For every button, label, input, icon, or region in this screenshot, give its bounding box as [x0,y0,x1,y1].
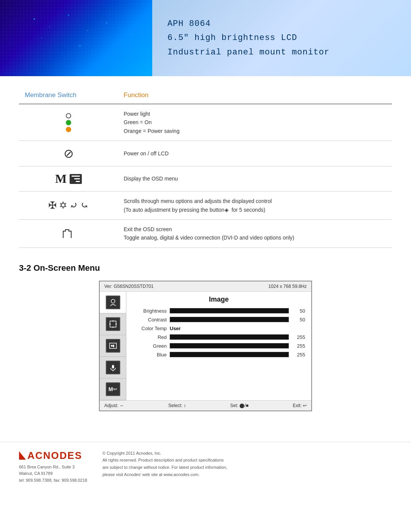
osd-sidebar-item-image[interactable] [100,292,126,313]
svg-rect-1 [110,321,116,327]
function-exit: Exit the OSD screen Toggle analog, digit… [118,219,392,248]
osd-blue-row: Blue 255 [132,352,305,358]
copyright-line1: © Copyright 2011 Acnodes, Inc. [102,450,227,457]
osd-green-fill [170,343,288,348]
exit-icon: ⛫ [25,226,112,241]
osd-green-value: 255 [292,343,305,349]
arrow-left-icon: ⤾ [70,200,78,211]
dot-green [66,120,71,125]
osd-ver-label: Ver: G56SN20SSTD701 [104,284,153,289]
main-content: Membrane Switch Function Power lightGree… [0,76,411,438]
osd-main: Image Brightness 50 Contrast [126,292,311,400]
osd-res-label: 1024 x 768 59.8Hz [268,284,307,289]
copyright-line2: All rights reserved. Product description… [102,457,227,464]
osd-color-icon [106,339,120,353]
function-power-on-off: Power on / off LCD [118,141,392,166]
acnodes-logo: ACNODES [19,450,87,462]
osd-blue-bar [170,352,289,357]
footer-copyright: © Copyright 2011 Acnodes, Inc. All right… [102,450,227,484]
osd-position-icon [106,317,120,331]
footer-logo-area: ACNODES 661 Brea Canyon Rd., Suite 3 Wal… [19,450,87,484]
address-line1: 661 Brea Canyon Rd., Suite 3 [19,464,87,471]
osd-sidebar-item-position[interactable] [100,313,126,335]
arrows-group: ✠ ✡ ⤾ ⤿ [25,200,112,211]
osd-contrast-value: 50 [292,317,305,323]
osd-contrast-row: Contrast 50 [132,317,305,323]
arrow-up-icon: ✠ [48,200,57,211]
osd-red-value: 255 [292,334,305,340]
osd-brightness-row: Brightness 50 [132,308,305,314]
footer-address: 661 Brea Canyon Rd., Suite 3 Walnut, CA … [19,464,87,484]
copyright-line4: please visit Acnodes' web site at www.ac… [102,471,227,478]
table-row: ✠ ✡ ⤾ ⤿ Scrolls through menu options and… [19,192,392,220]
osd-green-row: Green 255 [132,343,305,349]
function-power-light: Power lightGreen = OnOrange = Power savi… [118,104,392,141]
copyright-line3: are subject to change without notice. Fo… [102,464,227,471]
menu-line-1 [72,176,80,177]
svg-point-0 [111,299,115,303]
header-text-area: APH 8064 6.5" high brightness LCD Indust… [152,0,411,76]
header-circuit-image [0,0,152,76]
osd-brightness-fill [170,308,229,313]
osd-brightness-value: 50 [292,308,305,314]
osd-red-label: Red [132,334,167,340]
icon-power-light [19,104,118,141]
col-membrane: Membrane Switch [19,88,118,104]
menu-line-3 [76,181,80,182]
dot-orange [66,127,71,132]
osd-sidebar-item-audio[interactable] [100,357,126,379]
osd-contrast-fill [170,317,229,322]
osd-footer: Adjust: ↔ Select: ↕ Set: ⬤/■ Exit: ↩ [100,400,311,411]
company-name: ACNODES [27,450,82,462]
osd-section-title: 3-2 On-Screen Menu [19,263,392,273]
osd-colortemp-label: Color Temp [132,326,167,331]
table-row: ⊘ Power on / off LCD [19,141,392,166]
osd-sidebar-item-color[interactable] [100,335,126,357]
osd-red-row: Red 255 [132,334,305,340]
osd-footer-set: Set: ⬤/■ [230,403,249,408]
product-line3: Industrial panel mount monitor [167,45,330,59]
osd-green-label: Green [132,343,167,349]
osd-menu-title: Image [132,296,305,304]
osd-body: Misc Image Brightness 50 [100,292,311,400]
power-light-dots [25,113,112,132]
icon-m-menu: M [19,166,118,192]
table-row: ⛫ Exit the OSD screen Toggle analog, dig… [19,219,392,248]
osd-red-fill [170,335,288,339]
menu-box-icon [70,174,82,184]
function-scroll: Scrolls through menu options and adjusts… [118,192,392,220]
osd-misc-icon: Misc [106,382,120,396]
osd-container: Ver: G56SN20SSTD701 1024 x 768 59.8Hz [19,281,392,411]
address-line2: Walnut, CA 91789 [19,470,87,477]
product-line2: 6.5" high brightness LCD [167,31,330,45]
osd-box: Ver: G56SN20SSTD701 1024 x 768 59.8Hz [99,281,312,411]
osd-blue-label: Blue [132,352,167,358]
power-button-icon: ⊘ [25,146,112,161]
osd-footer-select: Select: ↕ [168,403,186,408]
col-function: Function [118,88,392,104]
arrow-right-icon: ⤿ [80,200,89,211]
osd-colortemp-row: Color Temp User [132,326,305,331]
svg-rect-8 [113,345,114,347]
osd-contrast-label: Contrast [132,317,167,323]
osd-colortemp-value: User [170,326,181,331]
osd-brightness-bar [170,308,289,313]
osd-brightness-label: Brightness [132,308,167,314]
page-footer: ACNODES 661 Brea Canyon Rd., Suite 3 Wal… [0,442,411,492]
osd-red-bar [170,334,289,340]
osd-sidebar-item-misc[interactable]: Misc [100,379,126,400]
icon-arrows: ✠ ✡ ⤾ ⤿ [19,192,118,220]
function-table: Membrane Switch Function Power lightGree… [19,88,392,248]
osd-footer-exit: Exit: ↩ [293,403,307,408]
m-letter-icon: M [55,172,67,186]
osd-image-icon [106,296,120,309]
osd-green-bar [170,343,289,348]
logo-triangle-icon [19,451,26,460]
osd-blue-fill [170,352,288,357]
osd-audio-icon [106,361,120,374]
table-row: M Display the OSD menu [19,166,392,192]
dot-empty [66,113,71,118]
header: APH 8064 6.5" high brightness LCD Indust… [0,0,411,76]
svg-point-7 [111,345,113,347]
osd-header: Ver: G56SN20SSTD701 1024 x 768 59.8Hz [100,281,311,292]
